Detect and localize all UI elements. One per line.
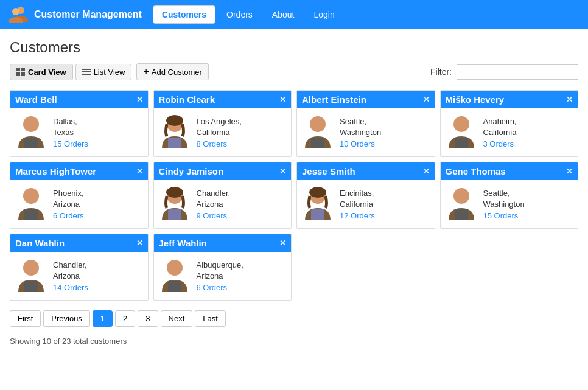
customer-card: Jesse Smith✕ Encinitas, California12 Ord…: [296, 162, 435, 229]
card-header: Albert Einstein✕: [297, 91, 435, 108]
card-header: Cindy Jamison✕: [154, 162, 292, 180]
card-info: Chandler, Arizona14 Orders: [53, 260, 88, 292]
customer-card: Albert Einstein✕ Seattle, Washington10 O…: [296, 90, 435, 157]
toolbar: Card View List View + Add Customer Filte…: [10, 63, 578, 80]
card-close-button[interactable]: ✕: [279, 95, 286, 104]
pagination-page-button[interactable]: 3: [138, 310, 158, 327]
svg-rect-3: [24, 138, 38, 148]
customer-orders[interactable]: 3 Orders: [483, 139, 517, 148]
card-header: Marcus HighTower✕: [10, 162, 148, 180]
card-view-label: Card View: [28, 68, 66, 77]
nav-link-orders[interactable]: Orders: [218, 6, 261, 23]
customer-orders[interactable]: 6 Orders: [53, 211, 84, 220]
list-view-label: List View: [94, 68, 125, 77]
card-header: Miško Hevery✕: [441, 91, 578, 108]
avatar: [446, 185, 477, 223]
nav-link-about[interactable]: About: [264, 6, 303, 23]
nav-links: CustomersOrdersAboutLogin: [153, 5, 343, 24]
customer-location: Encinitas, California: [340, 188, 375, 210]
customer-orders[interactable]: 6 Orders: [197, 283, 243, 292]
svg-rect-15: [168, 209, 181, 220]
card-close-button[interactable]: ✕: [423, 167, 430, 176]
customer-card: Gene Thomas✕ Seattle, Washington15 Order…: [440, 162, 579, 229]
customer-card: Marcus HighTower✕ Phoenix, Arizona6 Orde…: [10, 162, 149, 229]
card-header: Dan Wahlin✕: [10, 234, 148, 252]
pagination-page-button[interactable]: 1: [93, 310, 113, 327]
card-close-button[interactable]: ✕: [566, 95, 573, 104]
customer-name: Gene Thomas: [446, 166, 506, 176]
svg-rect-10: [455, 138, 468, 148]
card-header: Ward Bell✕: [10, 91, 148, 108]
add-customer-button[interactable]: + Add Customer: [136, 63, 208, 80]
card-body: Anaheim, California3 Orders: [441, 108, 578, 156]
customer-card: Miško Hevery✕ Anaheim, California3 Order…: [440, 90, 579, 157]
customer-name: Jeff Wahlin: [159, 238, 207, 248]
avatar: [15, 113, 47, 151]
list-icon: [82, 69, 91, 75]
page-content: Customers Card View List View + Add Cust…: [0, 29, 588, 350]
svg-point-2: [23, 116, 39, 132]
app-title: Customer Management: [34, 9, 142, 20]
status-text: Showing 10 of 23 total customers: [10, 334, 578, 346]
card-info: Los Angeles, California8 Orders: [197, 116, 242, 148]
navbar: Customer Management CustomersOrdersAbout…: [0, 0, 588, 29]
avatar: [15, 185, 47, 223]
customer-orders[interactable]: 12 Orders: [340, 211, 375, 220]
pagination-next-button[interactable]: Next: [161, 310, 193, 327]
pagination-first-button[interactable]: First: [10, 310, 41, 327]
nav-link-customers[interactable]: Customers: [153, 5, 215, 24]
customer-name: Dan Wahlin: [15, 238, 65, 248]
card-close-button[interactable]: ✕: [136, 167, 143, 176]
svg-point-23: [167, 260, 183, 276]
card-close-button[interactable]: ✕: [566, 167, 573, 176]
customer-name: Cindy Jamison: [159, 166, 224, 176]
customer-orders[interactable]: 15 Orders: [53, 139, 88, 148]
add-customer-label: Add Customer: [152, 68, 202, 77]
customer-location: Chandler, Arizona: [53, 260, 88, 282]
pagination-last-button[interactable]: Last: [195, 310, 226, 327]
avatar: [159, 113, 191, 151]
customer-orders[interactable]: 15 Orders: [483, 211, 525, 220]
customer-card: Dan Wahlin✕ Chandler, Arizona14 Orders: [10, 234, 149, 301]
filter-input[interactable]: [457, 64, 578, 80]
card-body: Seattle, Washington15 Orders: [441, 180, 578, 228]
customer-orders[interactable]: 8 Orders: [197, 139, 242, 148]
card-view-button[interactable]: Card View: [10, 64, 73, 80]
card-close-button[interactable]: ✕: [279, 239, 286, 248]
card-body: Chandler, Arizona14 Orders: [10, 252, 148, 300]
svg-point-1: [12, 8, 19, 15]
card-close-button[interactable]: ✕: [136, 95, 143, 104]
customer-card: Robin Cleark✕ Los Angeles, California8 O…: [153, 90, 292, 157]
page-title: Customers: [10, 39, 578, 56]
card-header: Gene Thomas✕: [441, 162, 578, 180]
svg-point-14: [166, 187, 183, 198]
customer-orders[interactable]: 10 Orders: [340, 139, 381, 148]
customer-location: Dallas, Texas: [53, 116, 88, 138]
svg-rect-18: [311, 209, 324, 220]
customer-orders[interactable]: 9 Orders: [197, 211, 231, 220]
pagination-page-button[interactable]: 2: [115, 310, 135, 327]
svg-rect-24: [168, 281, 181, 292]
customer-card: Ward Bell✕ Dallas, Texas15 Orders: [10, 90, 149, 157]
customer-orders[interactable]: 14 Orders: [53, 283, 88, 292]
card-body: Encinitas, California12 Orders: [297, 180, 435, 228]
card-close-button[interactable]: ✕: [423, 95, 430, 104]
avatar: [159, 257, 191, 295]
card-close-button[interactable]: ✕: [136, 239, 143, 248]
svg-rect-20: [455, 209, 468, 220]
customer-name: Robin Cleark: [159, 94, 215, 105]
card-header: Jeff Wahlin✕: [154, 234, 292, 252]
card-info: Encinitas, California12 Orders: [340, 188, 375, 220]
card-body: Chandler, Arizona9 Orders: [154, 180, 292, 228]
filter-section: Filter:: [430, 64, 578, 80]
svg-point-7: [310, 116, 326, 132]
customer-location: Seattle, Washington: [483, 188, 525, 210]
avatar: [159, 185, 191, 223]
svg-point-19: [453, 188, 469, 204]
list-view-button[interactable]: List View: [75, 64, 132, 80]
pagination-prev-button[interactable]: Previous: [43, 310, 90, 327]
card-close-button[interactable]: ✕: [279, 167, 286, 176]
svg-point-17: [309, 187, 326, 198]
nav-link-login[interactable]: Login: [305, 6, 343, 23]
filter-label: Filter:: [430, 67, 452, 77]
